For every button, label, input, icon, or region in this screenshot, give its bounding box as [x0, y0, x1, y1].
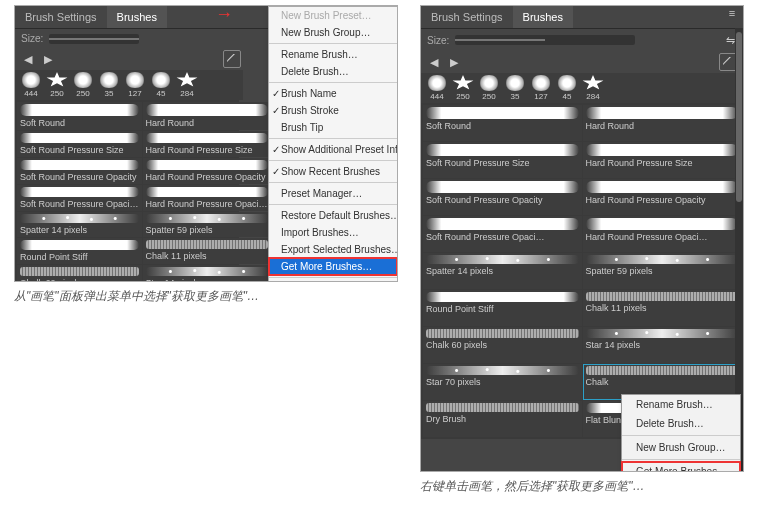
panel-tabs: Brush Settings Brushes ≡: [421, 6, 743, 29]
brush-item[interactable]: Spatter 59 pixels: [583, 253, 742, 289]
ctx-delete-brush[interactable]: Delete Brush…: [622, 414, 740, 433]
size-label: Size:: [427, 35, 449, 46]
menu-rename-brush[interactable]: Rename Brush…: [269, 46, 397, 63]
brush-item[interactable]: Spatter 59 pixels: [143, 212, 271, 237]
recent-brush[interactable]: 35: [503, 75, 527, 101]
caption-left: 从"画笔"面板弹出菜单中选择"获取更多画笔"…: [14, 288, 259, 305]
brush-item[interactable]: Star 14 pixels: [583, 327, 742, 363]
tab-brush-settings[interactable]: Brush Settings: [421, 6, 513, 28]
recent-brush[interactable]: 45: [149, 72, 173, 98]
context-menu: Rename Brush… Delete Brush… New Brush Gr…: [621, 394, 741, 472]
brush-item[interactable]: Spatter 14 pixels: [423, 253, 582, 289]
brush-item[interactable]: Soft Round Pressure Opacity: [17, 158, 142, 184]
brush-item[interactable]: Star 14 pixels: [143, 265, 271, 282]
tab-brushes[interactable]: Brushes: [513, 6, 573, 28]
brush-item[interactable]: Chalk 11 pixels: [583, 290, 742, 326]
menu-brush-stroke[interactable]: Brush Stroke: [269, 102, 397, 119]
brush-toolbar: ◀ ▶: [421, 51, 743, 73]
pencil-toggle-icon[interactable]: [223, 50, 241, 68]
brush-item[interactable]: Hard Round Pressure Opacity: [583, 179, 742, 215]
size-label: Size:: [21, 33, 43, 44]
recent-brush[interactable]: 284: [581, 75, 605, 101]
menu-brush-tip[interactable]: Brush Tip: [269, 119, 397, 136]
brush-grid: Soft Round Hard Round Soft Round Pressur…: [421, 103, 743, 439]
brush-item[interactable]: Hard Round: [143, 102, 271, 130]
screenshot-brushes-panel-menu: Brush Settings Brushes → Size: ◀ ▶ 444 2…: [14, 5, 398, 282]
ctx-get-more-brushes[interactable]: Get More Brushes…: [622, 462, 740, 472]
recent-brushes-row: 444 250 250 35 127 45 284: [421, 73, 743, 103]
brush-item[interactable]: Hard Round Pressure Size: [143, 131, 271, 157]
size-bar: Size:: [15, 29, 247, 48]
brush-item[interactable]: Soft Round: [423, 105, 582, 141]
ctx-rename-brush[interactable]: Rename Brush…: [622, 395, 740, 414]
recent-brush[interactable]: 45: [555, 75, 579, 101]
brush-item[interactable]: Soft Round Pressure Opaci…: [17, 185, 142, 211]
brush-item[interactable]: Soft Round: [17, 102, 142, 130]
recent-brush[interactable]: 250: [451, 75, 475, 101]
screenshot-brushes-context-menu: Brush Settings Brushes ≡ Size: ⇋ ◀ ▶ 444…: [420, 5, 744, 472]
brush-item[interactable]: Chalk 60 pixels: [17, 265, 142, 282]
menu-new-group[interactable]: New Brush Group…: [269, 24, 397, 41]
view-right-icon[interactable]: ▶: [41, 52, 55, 66]
red-arrow: →: [215, 5, 233, 25]
tab-brushes[interactable]: Brushes: [107, 6, 167, 28]
recent-brushes-row: 444 250 250 35 127 45 284: [15, 70, 243, 100]
size-slider[interactable]: [455, 35, 635, 45]
brush-item[interactable]: Hard Round Pressure Opaci…: [143, 185, 271, 211]
menu-import-brushes[interactable]: Import Brushes…: [269, 224, 397, 241]
recent-brush[interactable]: 127: [529, 75, 553, 101]
view-left-icon[interactable]: ◀: [427, 55, 441, 69]
panel-menu-icon[interactable]: ≡: [725, 6, 739, 20]
brush-item[interactable]: Chalk 11 pixels: [143, 238, 271, 264]
recent-brush[interactable]: 250: [71, 72, 95, 98]
menu-preset-manager[interactable]: Preset Manager…: [269, 185, 397, 202]
ctx-new-brush-group[interactable]: New Brush Group…: [622, 438, 740, 457]
brush-item[interactable]: Soft Round Pressure Size: [423, 142, 582, 178]
recent-brush[interactable]: 35: [97, 72, 121, 98]
brush-grid: Soft Round Hard Round Soft Round Pressur…: [15, 100, 239, 282]
menu-get-more-brushes[interactable]: Get More Brushes…: [269, 258, 397, 275]
recent-brush[interactable]: 284: [175, 72, 199, 98]
brush-item[interactable]: Dry Brush: [423, 401, 582, 437]
menu-show-additional[interactable]: Show Additional Preset Info: [269, 141, 397, 158]
brush-item[interactable]: Hard Round Pressure Size: [583, 142, 742, 178]
brush-toolbar: ◀ ▶: [15, 48, 247, 70]
brush-item[interactable]: Round Point Stiff: [17, 238, 142, 264]
brush-item[interactable]: Hard Round Pressure Opacity: [143, 158, 271, 184]
scrollbar-thumb[interactable]: [736, 32, 742, 202]
recent-brush[interactable]: 127: [123, 72, 147, 98]
menu-delete-brush[interactable]: Delete Brush…: [269, 63, 397, 80]
menu-show-recent[interactable]: Show Recent Brushes: [269, 163, 397, 180]
menu-restore-default[interactable]: Restore Default Brushes…: [269, 207, 397, 224]
size-bar: Size: ⇋: [421, 29, 743, 51]
caption-right: 右键单击画笔，然后选择"获取更多画笔"…: [420, 478, 645, 495]
panel-flyout-menu: New Brush Preset… New Brush Group… Renam…: [268, 6, 398, 282]
brush-item[interactable]: Star 70 pixels: [423, 364, 582, 400]
view-right-icon[interactable]: ▶: [447, 55, 461, 69]
size-slider[interactable]: [49, 34, 139, 44]
brush-item[interactable]: Hard Round Pressure Opaci…: [583, 216, 742, 252]
brush-item[interactable]: Soft Round Pressure Size: [17, 131, 142, 157]
menu-converted-legacy[interactable]: Converted Legacy Tool Presets: [269, 280, 397, 282]
menu-brush-name[interactable]: Brush Name: [269, 85, 397, 102]
recent-brush[interactable]: 444: [425, 75, 449, 101]
brush-item[interactable]: Hard Round: [583, 105, 742, 141]
brush-item[interactable]: Chalk 60 pixels: [423, 327, 582, 363]
recent-brush[interactable]: 250: [477, 75, 501, 101]
brush-item[interactable]: Soft Round Pressure Opacity: [423, 179, 582, 215]
recent-brush[interactable]: 250: [45, 72, 69, 98]
menu-new-preset[interactable]: New Brush Preset…: [269, 7, 397, 24]
brush-item[interactable]: Soft Round Pressure Opaci…: [423, 216, 582, 252]
brush-item[interactable]: Round Point Stiff: [423, 290, 582, 326]
brush-item[interactable]: Spatter 14 pixels: [17, 212, 142, 237]
tab-brush-settings[interactable]: Brush Settings: [15, 6, 107, 28]
recent-brush[interactable]: 444: [19, 72, 43, 98]
menu-export-selected[interactable]: Export Selected Brushes…: [269, 241, 397, 258]
view-left-icon[interactable]: ◀: [21, 52, 35, 66]
